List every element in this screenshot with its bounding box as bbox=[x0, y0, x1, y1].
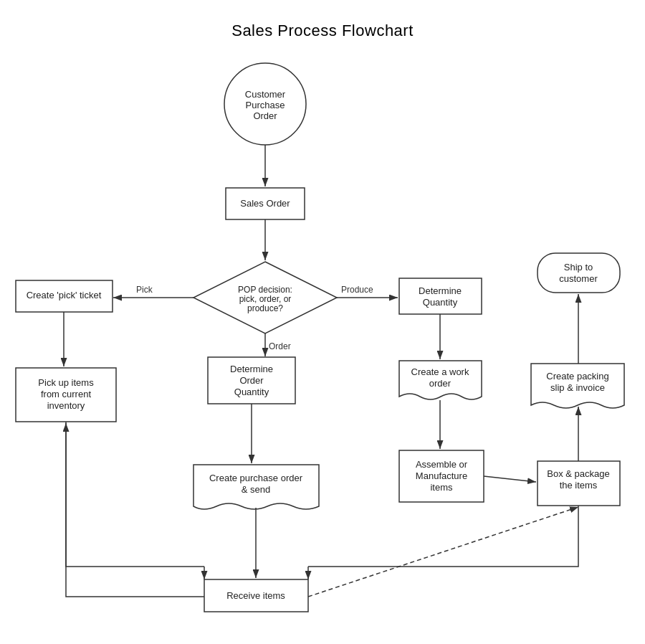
svg-text:Manufacture: Manufacture bbox=[416, 470, 467, 481]
svg-line-41 bbox=[484, 476, 536, 482]
svg-text:Order: Order bbox=[253, 110, 277, 121]
produce-label: Produce bbox=[341, 285, 373, 295]
svg-text:order: order bbox=[429, 378, 452, 389]
svg-text:Determine: Determine bbox=[419, 285, 462, 296]
svg-text:Receive items: Receive items bbox=[226, 590, 285, 601]
svg-text:Order: Order bbox=[239, 375, 264, 386]
svg-text:Pick up items: Pick up items bbox=[38, 377, 94, 388]
flowchart-container: Sales Process Flowchart Customer Purchas… bbox=[0, 0, 645, 644]
svg-text:Purchase: Purchase bbox=[246, 100, 285, 110]
svg-text:the items: the items bbox=[560, 480, 598, 491]
svg-text:Sales Order: Sales Order bbox=[240, 198, 290, 209]
svg-text:Assemble or: Assemble or bbox=[416, 459, 468, 470]
svg-text:from current: from current bbox=[41, 389, 91, 399]
pick-label: Pick bbox=[136, 285, 153, 295]
svg-text:Determine: Determine bbox=[230, 364, 273, 374]
svg-text:Quantity: Quantity bbox=[234, 387, 269, 397]
svg-line-46 bbox=[308, 507, 578, 597]
svg-text:Customer: Customer bbox=[245, 89, 286, 100]
svg-text:Quantity: Quantity bbox=[423, 297, 458, 308]
svg-text:customer: customer bbox=[559, 273, 598, 284]
svg-text:Box & package: Box & package bbox=[547, 468, 609, 479]
svg-text:inventory: inventory bbox=[47, 400, 85, 411]
svg-text:POP decision:: POP decision: bbox=[238, 285, 292, 295]
svg-text:Create purchase order: Create purchase order bbox=[209, 473, 303, 483]
svg-text:Create 'pick' ticket: Create 'pick' ticket bbox=[27, 290, 102, 300]
svg-text:Create packing: Create packing bbox=[546, 371, 608, 382]
svg-text:produce?: produce? bbox=[247, 303, 283, 313]
svg-text:pick, order, or: pick, order, or bbox=[239, 294, 292, 304]
svg-text:items: items bbox=[430, 482, 453, 493]
svg-text:Create a work: Create a work bbox=[411, 366, 469, 377]
svg-text:& send: & send bbox=[242, 484, 270, 495]
svg-text:Ship to: Ship to bbox=[564, 262, 593, 273]
order-label: Order bbox=[269, 341, 291, 351]
svg-text:slip & invoice: slip & invoice bbox=[550, 382, 605, 393]
